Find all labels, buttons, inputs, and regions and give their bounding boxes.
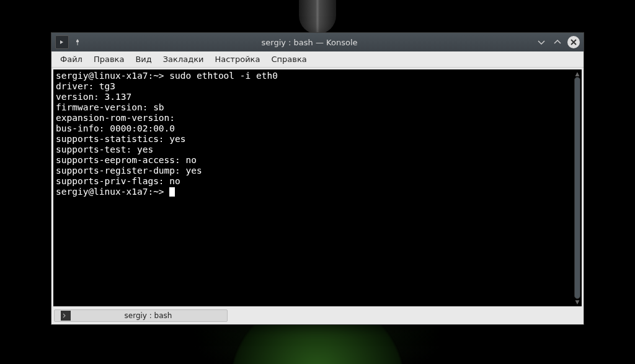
menu-settings[interactable]: Настройка xyxy=(210,53,265,66)
minimize-button[interactable] xyxy=(535,36,548,48)
menu-view[interactable]: Вид xyxy=(130,53,156,66)
scrollbar[interactable]: ▲ ▼ xyxy=(574,71,580,305)
tabbar: sergiy : bash xyxy=(51,308,584,324)
tab-label: sergiy : bash xyxy=(76,311,221,320)
menu-edit[interactable]: Правка xyxy=(89,53,129,66)
scroll-track[interactable] xyxy=(574,77,580,299)
titlebar[interactable]: sergiy : bash — Konsole xyxy=(51,33,584,51)
background-tube xyxy=(299,0,336,34)
scroll-thumb[interactable] xyxy=(574,77,580,299)
maximize-button[interactable] xyxy=(551,36,564,48)
menu-file[interactable]: Файл xyxy=(55,53,87,66)
close-button[interactable] xyxy=(567,36,580,48)
menu-help[interactable]: Справка xyxy=(266,53,311,66)
scroll-up-icon[interactable]: ▲ xyxy=(575,71,580,77)
terminal-output[interactable]: sergiy@linux-x1a7:~> sudo ethtool -i eth… xyxy=(53,69,582,306)
menubar: Файл Правка Вид Закладки Настройка Справ… xyxy=(51,51,584,68)
menu-bookmarks[interactable]: Закладки xyxy=(158,53,209,66)
terminal-cursor xyxy=(169,187,175,197)
konsole-window: sergiy : bash — Konsole Файл Правка Вид … xyxy=(51,32,584,325)
terminal-icon xyxy=(61,311,71,321)
app-menu-icon[interactable] xyxy=(55,35,69,49)
scroll-down-icon[interactable]: ▼ xyxy=(575,299,580,305)
tab-session[interactable]: sergiy : bash xyxy=(54,309,228,322)
pin-icon[interactable] xyxy=(71,36,84,48)
terminal-area: sergiy@linux-x1a7:~> sudo ethtool -i eth… xyxy=(53,69,582,306)
window-title: sergiy : bash — Konsole xyxy=(84,38,535,47)
